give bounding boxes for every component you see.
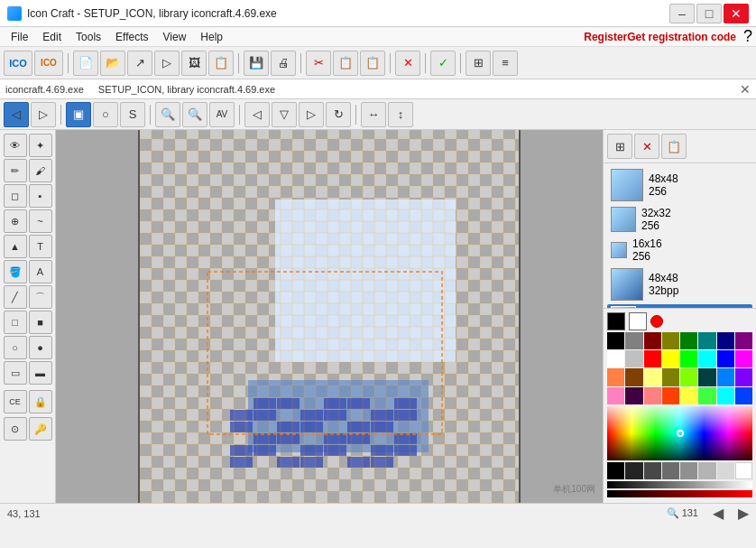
swatch-yellow[interactable] [662, 350, 679, 367]
arrow-button[interactable]: ↗ [127, 51, 152, 76]
swatch-darkteal[interactable] [698, 368, 715, 385]
gray-0[interactable] [607, 462, 624, 479]
gray-7[interactable] [735, 462, 752, 479]
cursor-button[interactable]: ▷ [154, 51, 180, 76]
close-button[interactable]: ✕ [724, 4, 749, 23]
right-icon-button2[interactable]: ✕ [634, 134, 659, 159]
minimize-button[interactable]: – [669, 4, 695, 23]
right-icon-button1[interactable]: ⊞ [607, 134, 632, 159]
print-button[interactable]: 🖨 [271, 51, 296, 76]
background-color[interactable] [629, 312, 647, 330]
swatch-brown[interactable] [625, 368, 642, 385]
paste-button[interactable]: 📋 [360, 51, 385, 76]
pencil-tool[interactable]: ✏ [4, 159, 27, 182]
color-effects-button[interactable]: CE [4, 390, 27, 413]
swatch-navy[interactable] [717, 332, 734, 349]
icon-entry-48x48-256[interactable]: 48x48 256 [607, 167, 752, 203]
icon-entry-16x16-256[interactable]: 16x16 256 [607, 236, 752, 265]
flip-h-button[interactable]: ↔ [361, 102, 386, 127]
swatch-blue[interactable] [717, 350, 734, 367]
smudge-tool[interactable]: ~ [29, 209, 52, 233]
menu-tools[interactable]: Tools [69, 29, 108, 45]
swatch-silver[interactable] [625, 350, 642, 367]
swatch-lime[interactable] [680, 350, 697, 367]
delete-button[interactable]: ✕ [395, 51, 420, 76]
eyedropper-tool[interactable]: 👁 [4, 134, 27, 157]
swatch-darkpurple[interactable] [625, 387, 642, 404]
swatch-lightyellow2[interactable] [680, 387, 697, 404]
check-button[interactable]: ✓ [430, 51, 456, 76]
filled-round-rect-tool[interactable]: ▬ [29, 361, 52, 385]
zoom-actual-button[interactable]: AV [209, 102, 235, 127]
swatch-red[interactable] [644, 350, 661, 367]
curve-tool[interactable]: ⌒ [29, 285, 52, 309]
gray-3[interactable] [662, 462, 679, 479]
round-rect-tool[interactable]: ▭ [4, 361, 27, 385]
line-tool[interactable]: ╱ [4, 285, 27, 309]
swatch-aqua[interactable] [717, 387, 734, 404]
wand-tool[interactable]: ✦ [29, 134, 52, 157]
move-left-button[interactable]: ◁ [244, 102, 270, 127]
gray-4[interactable] [680, 462, 697, 479]
swatch-cyan[interactable] [698, 350, 715, 367]
paint-bucket-tool[interactable]: 🪣 [4, 260, 27, 283]
rect-tool[interactable]: □ [4, 311, 27, 334]
right-icon-button3[interactable]: 📋 [661, 134, 687, 159]
filled-ellipse-tool[interactable]: ● [29, 336, 52, 359]
swatch-magenta[interactable] [735, 350, 752, 367]
image-button[interactable]: 🖼 [181, 51, 207, 76]
swatch-lightyellow[interactable] [644, 368, 661, 385]
swatch-violet[interactable] [735, 368, 752, 385]
zoom-in-button[interactable]: 🔍 [155, 102, 180, 127]
swatch-olive[interactable] [662, 332, 679, 349]
gray-5[interactable] [698, 462, 715, 479]
swatch-purple[interactable] [735, 332, 752, 349]
redo-button[interactable]: ▷ [31, 102, 56, 127]
swatch-teal[interactable] [698, 332, 715, 349]
select-ellipse-button[interactable]: ○ [93, 102, 118, 127]
gray-1[interactable] [625, 462, 642, 479]
gray-2[interactable] [644, 462, 661, 479]
swatch-deeporange[interactable] [662, 387, 679, 404]
open-file-button[interactable]: 📂 [100, 51, 125, 76]
swatch-dodgerblue[interactable] [717, 368, 734, 385]
rotate-button[interactable]: ↻ [326, 102, 351, 127]
nav-next[interactable]: ▶ [738, 505, 749, 522]
maximize-button[interactable]: □ [696, 4, 722, 23]
hotspot-button[interactable]: ⊙ [4, 417, 27, 441]
png-format-button[interactable]: ICO [34, 51, 63, 76]
menu-edit[interactable]: Edit [35, 29, 69, 45]
ellipse-tool[interactable]: ○ [4, 336, 27, 359]
foreground-color[interactable] [607, 312, 625, 330]
swatch-darkyellow[interactable] [662, 368, 679, 385]
icon-entry-32x32-256[interactable]: 32x32 256 [607, 205, 752, 234]
zoom-out-button[interactable]: 🔍 [182, 102, 207, 127]
burn-tool[interactable]: ▲ [4, 235, 27, 258]
gray-6[interactable] [717, 462, 734, 479]
select-lasso-button[interactable]: S [120, 102, 145, 127]
help-icon[interactable]: ? [743, 27, 752, 46]
filled-rect-tool[interactable]: ■ [29, 311, 52, 334]
lock-transparent-button[interactable]: 🔒 [29, 390, 52, 413]
swatch-black[interactable] [607, 332, 624, 349]
get-registration-code-button[interactable]: Get registration code [627, 31, 736, 43]
grid-button1[interactable]: ⊞ [466, 51, 491, 76]
cut-button[interactable]: ✂ [306, 51, 331, 76]
ico-format-button[interactable]: ICO [4, 51, 32, 76]
flip-v-button[interactable]: ↕ [388, 102, 413, 127]
clone-tool[interactable]: ⊕ [4, 209, 27, 233]
swatch-lightgreen[interactable] [698, 387, 715, 404]
menu-view[interactable]: View [156, 29, 194, 45]
swatch-orange[interactable] [607, 368, 624, 385]
breadcrumb-close-button[interactable]: ✕ [740, 82, 751, 97]
undo-button[interactable]: ◁ [4, 102, 29, 127]
move-right-button[interactable]: ▷ [299, 102, 324, 127]
fill-tool[interactable]: 🖌 [29, 159, 52, 182]
nav-prev[interactable]: ◀ [713, 505, 724, 522]
menu-file[interactable]: File [4, 29, 35, 45]
swatch-green[interactable] [680, 332, 697, 349]
scan-button[interactable]: 📋 [208, 51, 234, 76]
dodge-tool[interactable]: T [29, 235, 52, 258]
color-spectrum[interactable] [607, 406, 752, 460]
swatch-chartreuse[interactable] [680, 368, 697, 385]
